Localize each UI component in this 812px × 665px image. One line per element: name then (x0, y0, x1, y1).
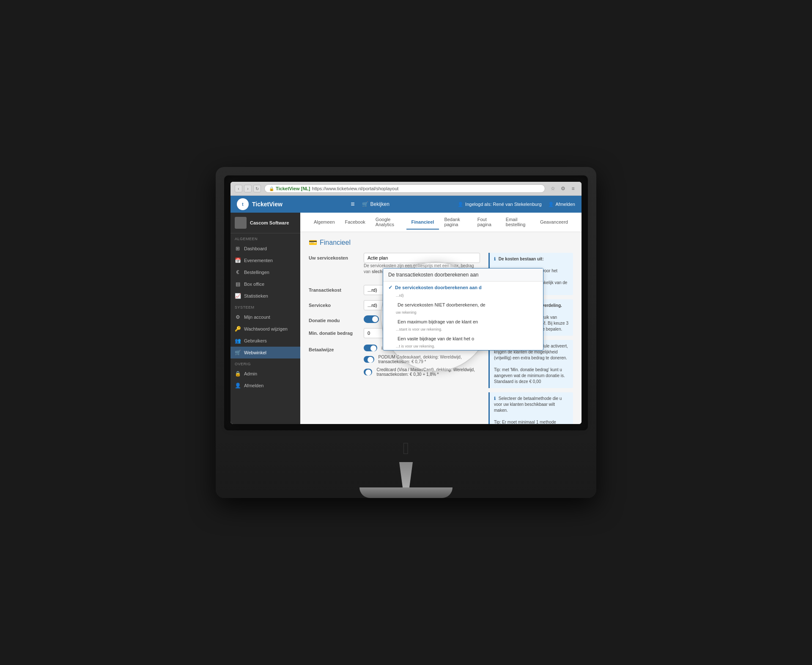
dropdown-item-1[interactable]: ✓ De servicekosten doorberekenen aan d (383, 282, 543, 293)
sidebar-label-webwinkel: Webwinkel (244, 350, 266, 355)
webwinkel-icon: 🛒 (235, 350, 241, 356)
stand-base (359, 487, 453, 498)
dropdown-subtext-4: ...t is voor uw rekening. (383, 344, 543, 350)
user-label: Ingelogd als: René van Stekelenburg (465, 202, 541, 207)
user-icon: 👤 (458, 202, 464, 207)
wachtwoord-icon: 🔑 (235, 326, 241, 332)
sidebar-section-systeem: Systeem (230, 302, 300, 311)
donatie-toggle[interactable] (364, 315, 379, 323)
site-name: TicketView [NL] (276, 186, 310, 191)
info-icon-1: ℹ (494, 257, 496, 261)
sidebar: Cascom Software Algemeen ⊞ Dashboard 📅 E… (230, 213, 300, 424)
servicekosten-input[interactable] (364, 253, 480, 263)
dropdown-subtext-1: ...rd) (383, 293, 543, 299)
cart-icon: 🛒 (362, 201, 368, 207)
logout-label: Afmelden (556, 202, 575, 207)
mindonatie-label: Min. donatie bedrag (309, 328, 359, 336)
servicekosten2-label: Serviceko (309, 300, 359, 308)
ssl-icon: 🔒 (269, 186, 274, 191)
ideal-toggle[interactable] (364, 345, 377, 351)
url-text: https://www.ticketview.nl/portal/shoplay… (312, 186, 399, 191)
sidebar-label-wachtwoord: Wachtwoord wijzigen (244, 326, 288, 331)
sidebar-label-admin: Admin (244, 371, 257, 376)
dropdown-item-3[interactable]: Een maximum bijdrage van de klant en (383, 316, 543, 327)
logout-button[interactable]: 👤 Afmelden (548, 202, 575, 207)
dropdown-item-3-label: Een maximum bijdrage van de klant en (398, 319, 478, 324)
betaalwijze-label: Betaalwijze (309, 345, 359, 352)
evenementen-icon: 📅 (235, 257, 241, 263)
org-name: Cascom Software (250, 220, 289, 225)
check-icon: ✓ (388, 285, 392, 290)
gebruikers-icon: 👥 (235, 338, 241, 344)
podium-toggle[interactable] (364, 356, 374, 363)
sidebar-label-dashboard: Dashboard (244, 246, 267, 251)
statistieken-icon: 📈 (235, 293, 241, 299)
sidebar-item-afmelden[interactable]: 👤 Afmelden (230, 380, 300, 391)
tab-emailbestelling[interactable]: Email bestelling (501, 213, 535, 232)
transactiekosten-label: Transactiekost (309, 285, 359, 293)
dropdown-subtext-2: uw rekening (383, 310, 543, 316)
sidebar-item-gebruikers[interactable]: 👥 Gebruikers (230, 335, 300, 347)
sidebar-item-dashboard[interactable]: ⊞ Dashboard (230, 243, 300, 255)
sidebar-section-algemeen: Algemeen (230, 233, 300, 243)
bookmark-icon[interactable]: ☆ (549, 184, 557, 193)
content-area: Algemeen Facebook Google Analytics Finan… (300, 213, 582, 424)
sidebar-item-statistieken[interactable]: 📈 Statistieken (230, 290, 300, 302)
reload-button[interactable]: ↻ (253, 185, 261, 192)
dropdown-item-4[interactable]: Een vaste bijdrage van de klant het o (383, 333, 543, 344)
dropdown-item-1-label: De servicekosten doorberekenen aan d (395, 285, 482, 290)
financieel-icon: 💳 (309, 238, 317, 246)
sidebar-label-gebruikers: Gebruikers (244, 338, 267, 343)
tab-bedankpagina[interactable]: Bedank pagina (439, 213, 472, 232)
sidebar-item-evenementen[interactable]: 📅 Evenementen (230, 255, 300, 266)
hamburger-icon[interactable]: ≡ (351, 200, 354, 208)
servicekosten-label: Uw servicekosten (309, 253, 359, 260)
sidebar-item-bestellingen[interactable]: € Bestellingen (230, 266, 300, 278)
dashboard-icon: ⊞ (235, 246, 241, 252)
donatie-label: Donatie modu (309, 315, 359, 323)
creditcard-label: Creditcard (Visa / MasterCard), dekking:… (376, 367, 480, 377)
dropdown-item-4-label: Een vaste bijdrage van de klant het o (398, 336, 474, 341)
admin-icon: 🔒 (235, 371, 241, 377)
logout-icon: 👤 (548, 202, 554, 207)
tab-geavanceerd[interactable]: Geavanceerd (535, 215, 573, 230)
sidebar-label-statistieken: Statistieken (244, 293, 268, 298)
sidebar-item-mijnaccount[interactable]: ⚙ Mijn account (230, 311, 300, 323)
sidebar-item-admin[interactable]: 🔒 Admin (230, 368, 300, 380)
tab-facebook[interactable]: Facebook (340, 215, 370, 230)
info-icon-4: ℹ (494, 396, 496, 401)
menu-icon[interactable]: ≡ (569, 184, 577, 193)
dropdown-item-2-label: De servicekosten NIET doorberekenen, de (398, 302, 486, 307)
monitor-stand:  (224, 430, 588, 498)
sidebar-item-boxoffice[interactable]: ▤ Box office (230, 278, 300, 290)
forward-button[interactable]: › (244, 185, 252, 192)
tab-foutpagina[interactable]: Fout pagina (472, 213, 501, 232)
org-avatar (235, 217, 247, 229)
payment-creditcard-row: Creditcard (Visa / MasterCard), dekking:… (364, 367, 480, 377)
sidebar-label-bestellingen: Bestellingen (244, 270, 269, 275)
payment-podium-row: PODIUM Cadeaukaart, dekking: Wereldwijd,… (364, 355, 480, 364)
extension-icon[interactable]: ⚙ (559, 184, 567, 193)
brand-name: TicketView (252, 201, 283, 208)
sidebar-item-webwinkel[interactable]: 🛒 Webwinkel (230, 347, 300, 358)
dropdown-subtext-3: ...stant is voor uw rekening. (383, 327, 543, 333)
user-info[interactable]: 👤 Ingelogd als: René van Stekelenburg (458, 202, 541, 207)
tab-algemeen[interactable]: Algemeen (309, 215, 340, 230)
boxoffice-icon: ▤ (235, 281, 241, 287)
sidebar-item-wachtwoord[interactable]: 🔑 Wachtwoord wijzigen (230, 323, 300, 335)
stand-neck (389, 462, 423, 487)
tab-googleanalytics[interactable]: Google Analytics (370, 213, 406, 232)
creditcard-toggle[interactable] (364, 369, 372, 375)
sidebar-org: Cascom Software (230, 213, 300, 233)
podium-label: PODIUM Cadeaukaart, dekking: Wereldwijd,… (379, 355, 480, 364)
dropdown-header: De transactiekosten doorberekenen aan (383, 268, 543, 282)
transactiekosten-value: ...rd) (368, 287, 377, 293)
back-button[interactable]: ‹ (235, 185, 242, 192)
page-title: 💳 Financieel (309, 238, 573, 246)
sidebar-section-overig: Overig (230, 358, 300, 368)
sidebar-label-afmelden: Afmelden (244, 383, 263, 388)
tab-financieel[interactable]: Financieel (406, 215, 439, 230)
brand-logo: t (237, 198, 249, 210)
bekijken-button[interactable]: 🛒 Bekijken (362, 201, 389, 207)
dropdown-item-2[interactable]: De servicekosten NIET doorberekenen, de (383, 299, 543, 310)
